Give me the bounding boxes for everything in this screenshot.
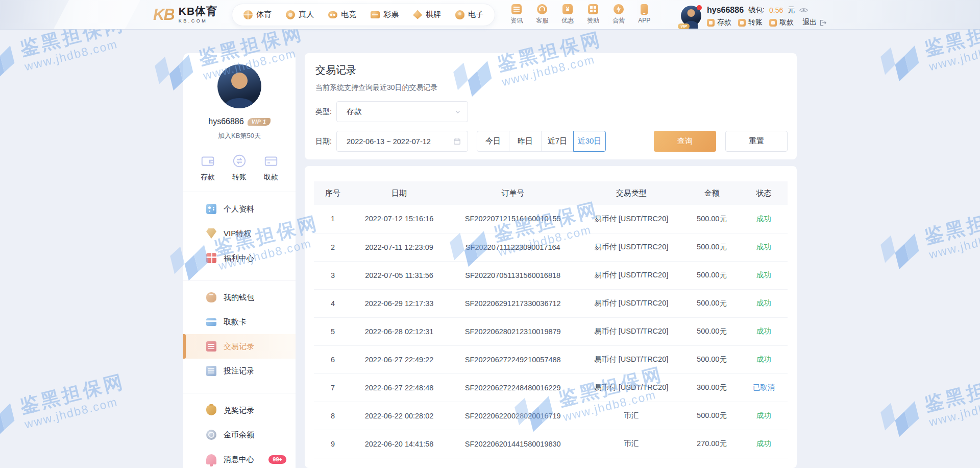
- table-row: 7 2022-06-27 22:48:48 SF2022062722484800…: [314, 373, 788, 402]
- nav-item-sports[interactable]: 体育: [236, 10, 279, 19]
- spade-icon: [413, 10, 422, 19]
- logout-button[interactable]: 退出: [802, 18, 827, 27]
- util-label: 合营: [612, 16, 625, 25]
- cell-status: 成功: [740, 205, 788, 233]
- table-row: 9 2022-06-20 14:41:58 SF2022062014415800…: [314, 430, 788, 458]
- column-header: 状态: [740, 181, 788, 205]
- nav-item-live[interactable]: 真人: [279, 10, 321, 19]
- sidebar-item-profile[interactable]: 个人资料: [183, 197, 296, 221]
- menu-label: 福利中心: [224, 253, 254, 263]
- transactions-table-card: 序号 日期 订单号 交易类型 金额 状态 1 2022-07-12 15:16:…: [305, 166, 797, 468]
- nav-item-esports[interactable]: 电竞: [321, 10, 363, 19]
- quick-withdraw-button[interactable]: 取款: [263, 153, 279, 182]
- utility-nav: 资讯 客服 优惠 赞助 合营 APP: [510, 4, 650, 25]
- watermark: 鉴黑担保网www.jhdb8.com: [0, 371, 131, 443]
- watermark-shield-icon: [0, 41, 21, 85]
- sidebar-item-messages[interactable]: 消息中心 99+: [183, 447, 296, 468]
- sidebar-item-withdraw-card[interactable]: 取款卡: [183, 310, 296, 334]
- nav-item-lottery[interactable]: 彩票: [363, 10, 406, 19]
- gift-icon: [206, 253, 216, 263]
- util-coop[interactable]: 合营: [612, 4, 625, 25]
- topbar-transfer-button[interactable]: 转账: [738, 18, 763, 27]
- sidebar-avatar[interactable]: [217, 64, 261, 108]
- table-row: 4 2022-06-29 12:17:33 SF2022062912173300…: [314, 289, 788, 317]
- cell-order: SF202206201441580019830: [447, 430, 579, 458]
- sidebar-item-bets[interactable]: 投注记录: [183, 359, 296, 383]
- column-header: 序号: [314, 181, 352, 205]
- table-row: 8 2022-06-22 00:28:02 SF2022062200280200…: [314, 402, 788, 430]
- util-sponsor[interactable]: 赞助: [587, 4, 599, 25]
- cell-status: 已取消: [740, 373, 788, 402]
- date-range-input[interactable]: 2022-06-13 ~ 2022-07-12: [336, 131, 468, 152]
- menu-label: 个人资料: [224, 204, 254, 214]
- util-label: 优惠: [561, 16, 574, 25]
- deposit-icon: [707, 19, 715, 27]
- menu-label: 我的钱包: [224, 293, 254, 302]
- util-label: APP: [638, 17, 650, 24]
- coupon-icon: [562, 4, 573, 14]
- cell-type: 币汇: [579, 402, 683, 430]
- sidebar: hys66886 VIP 1 加入KB第50天 存款 转账 取款 个人资料: [183, 53, 296, 468]
- type-select-value: 存款: [347, 107, 362, 116]
- topbar-deposit-button[interactable]: 存款: [707, 18, 731, 27]
- logo-mark-icon: KB: [153, 6, 174, 24]
- sidebar-item-transactions[interactable]: 交易记录: [183, 334, 296, 359]
- util-news[interactable]: 资讯: [510, 4, 523, 25]
- cell-amount: 270.00元: [683, 430, 740, 458]
- cell-status: 成功: [740, 430, 788, 458]
- quick-range-group: 今日 昨日 近7日 近30日: [477, 131, 606, 152]
- quick-transfer-button[interactable]: 转账: [232, 153, 247, 182]
- sidebar-item-vip[interactable]: VIP特权: [183, 221, 296, 246]
- cell-seq: 5: [314, 317, 352, 345]
- cell-type: 易币付 [USDT/TRC20]: [579, 233, 683, 261]
- topbar-withdraw-button[interactable]: 取款: [769, 18, 794, 27]
- transactions-table: 序号 日期 订单号 交易类型 金额 状态 1 2022-07-12 15:16:…: [314, 181, 788, 458]
- sidebar-item-coins[interactable]: 金币余额: [183, 423, 296, 447]
- search-button[interactable]: 查询: [654, 131, 716, 152]
- cell-status: 成功: [740, 289, 788, 317]
- cell-status: 成功: [740, 233, 788, 261]
- range-yesterday-button[interactable]: 昨日: [509, 131, 542, 152]
- util-promo[interactable]: 优惠: [561, 4, 574, 25]
- cell-date: 2022-07-12 15:16:16: [352, 205, 447, 233]
- util-service[interactable]: 客服: [536, 4, 548, 25]
- cell-seq: 7: [314, 373, 352, 402]
- type-select[interactable]: 存款: [336, 101, 468, 122]
- nav-item-slots[interactable]: 电子: [448, 10, 491, 19]
- sidebar-item-wallet[interactable]: 我的钱包: [183, 285, 296, 310]
- transfer-circle-icon: [232, 153, 247, 169]
- cell-seq: 2: [314, 233, 352, 261]
- cell-type: 易币付 [USDT/TRC20]: [579, 373, 683, 402]
- cell-date: 2022-06-20 14:41:58: [352, 430, 447, 458]
- eye-icon[interactable]: [799, 7, 808, 13]
- cell-type: 易币付 [USDT/TRC20]: [579, 345, 683, 373]
- menu-label: 兑奖记录: [224, 406, 254, 415]
- notification-dot: [697, 5, 702, 10]
- site-logo[interactable]: KB KB体育 KB.COM: [153, 6, 217, 24]
- vip-mini-badge: VIP: [678, 24, 690, 29]
- cell-date: 2022-06-29 12:17:33: [352, 289, 447, 317]
- vip-badge: VIP 1: [248, 118, 271, 126]
- cell-seq: 3: [314, 261, 352, 289]
- avatar[interactable]: VIP: [681, 6, 701, 26]
- cell-amount: 300.00元: [683, 373, 740, 402]
- quick-label: 转账: [232, 173, 247, 182]
- cell-seq: 1: [314, 205, 352, 233]
- cell-seq: 6: [314, 345, 352, 373]
- range-today-button[interactable]: 今日: [477, 131, 509, 152]
- sidebar-item-welfare[interactable]: 福利中心: [183, 246, 296, 270]
- util-app[interactable]: APP: [638, 4, 650, 24]
- cell-type: 易币付 [USDT/TRC20]: [579, 205, 683, 233]
- range-30days-button[interactable]: 近30日: [573, 131, 606, 152]
- divider: [183, 280, 296, 280]
- basketball-icon: [243, 10, 253, 19]
- sidebar-item-prizes[interactable]: 兑奖记录: [183, 398, 296, 423]
- quick-deposit-button[interactable]: 存款: [200, 153, 215, 182]
- nav-item-poker[interactable]: 棋牌: [406, 10, 448, 19]
- menu-label: VIP特权: [224, 229, 251, 239]
- bet-doc-icon: [206, 366, 216, 376]
- nav-label: 电竞: [341, 10, 356, 19]
- range-7days-button[interactable]: 近7日: [541, 131, 574, 152]
- sidebar-quick-actions: 存款 转账 取款: [183, 153, 296, 182]
- reset-button[interactable]: 重置: [725, 131, 788, 152]
